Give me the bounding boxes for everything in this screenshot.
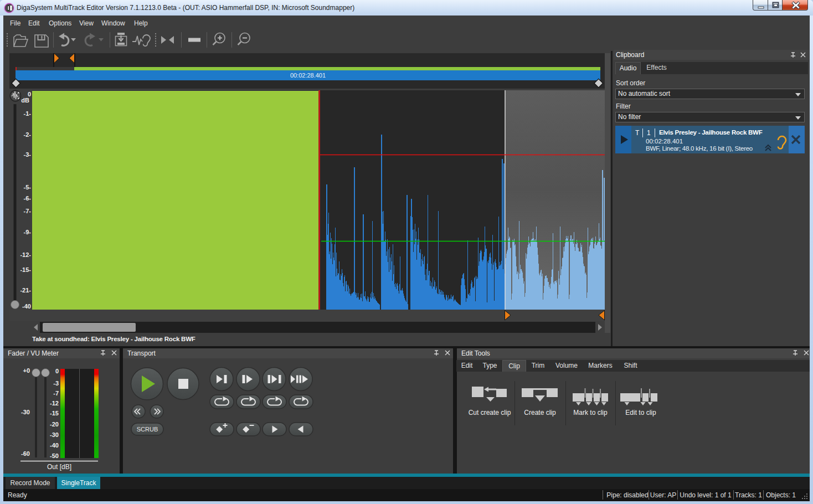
svg-text:SCRUB: SCRUB: [137, 426, 158, 433]
svg-text:-40: -40: [50, 442, 59, 449]
svg-text:-7: -7: [53, 390, 59, 397]
svg-text:-60: -60: [21, 450, 30, 457]
svg-text:Create clip: Create clip: [524, 409, 556, 416]
svg-text:-15: -15: [50, 410, 59, 416]
svg-text:-12: -12: [50, 400, 59, 407]
svg-text:Cut create clip: Cut create clip: [469, 409, 511, 416]
svg-text:-30: -30: [50, 431, 59, 438]
svg-text:-50: -50: [50, 452, 59, 459]
svg-text:Out [dB]: Out [dB]: [47, 463, 71, 471]
svg-text:+0: +0: [23, 367, 30, 374]
svg-text:-30: -30: [21, 409, 30, 415]
svg-text:0: 0: [55, 368, 59, 374]
svg-text:00:02:28.401: 00:02:28.401: [290, 72, 326, 79]
svg-text:-3: -3: [53, 380, 59, 387]
svg-text:-20: -20: [50, 421, 59, 428]
svg-text:Mark to clip: Mark to clip: [573, 409, 608, 416]
svg-text:Edit to clip: Edit to clip: [625, 409, 656, 416]
